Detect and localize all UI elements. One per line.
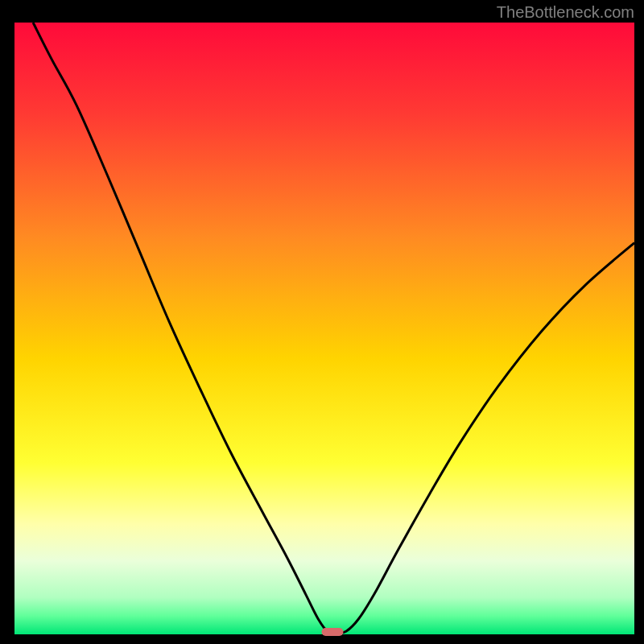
- chart-container: TheBottleneck.com: [0, 0, 644, 644]
- plot-background: [14, 23, 634, 634]
- optimal-marker: [322, 628, 344, 636]
- bottleneck-chart: [0, 0, 644, 644]
- attribution-text: TheBottleneck.com: [497, 3, 634, 22]
